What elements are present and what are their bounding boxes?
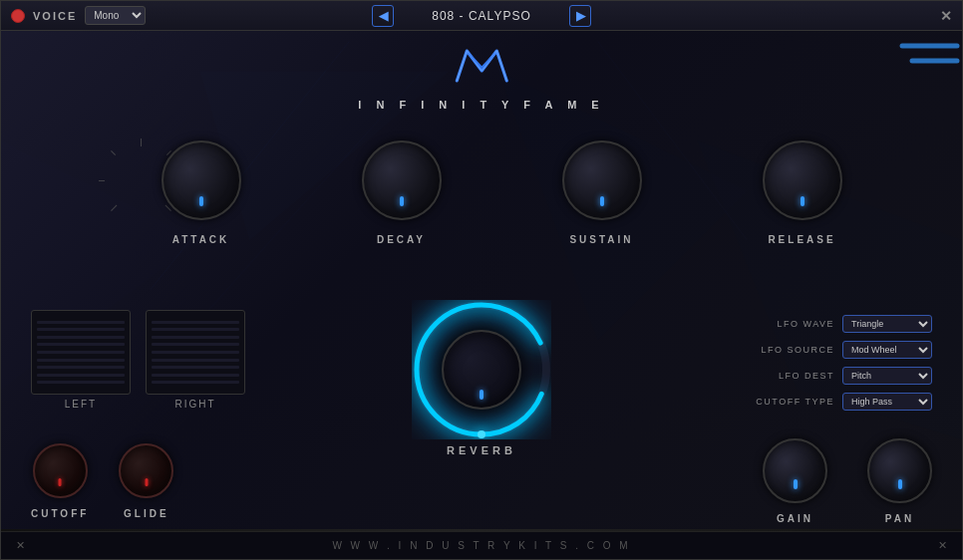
footer-close-left[interactable]: ✕ bbox=[16, 539, 25, 552]
attack-knob[interactable] bbox=[161, 140, 241, 220]
gain-group: GAIN bbox=[763, 438, 827, 524]
lfo-source-select[interactable]: Mod Wheel Velocity Aftertouch bbox=[842, 341, 932, 359]
lfo-wave-label: LFO WAVE bbox=[750, 319, 834, 329]
logo-svg bbox=[447, 36, 516, 91]
top-bar-right: ✕ bbox=[940, 7, 952, 25]
preset-name: 808 - CALYPSO bbox=[402, 9, 561, 23]
cutoff-type-select[interactable]: High Pass Low Pass Band Pass Notch bbox=[842, 393, 932, 411]
decay-knob[interactable] bbox=[362, 140, 442, 220]
topbar-close-button[interactable]: ✕ bbox=[940, 8, 952, 24]
gain-knob[interactable] bbox=[763, 438, 827, 503]
release-label: RELEASE bbox=[768, 234, 835, 245]
adsr-area: ATTACK DECAY SUSTAIN RELEASE bbox=[101, 140, 902, 255]
decay-label: DECAY bbox=[377, 234, 426, 245]
svg-point-18 bbox=[478, 430, 485, 438]
logo-area: I N F I N I T Y F A M E bbox=[358, 36, 604, 111]
panel-line bbox=[37, 336, 125, 339]
panel-line bbox=[152, 374, 239, 377]
left-panel-label: LEFT bbox=[65, 399, 97, 410]
pan-knob[interactable] bbox=[867, 438, 932, 503]
lfo-source-label: LFO SOURCE bbox=[750, 345, 834, 355]
right-panel bbox=[146, 310, 245, 395]
glide-label: GLIDE bbox=[124, 508, 169, 519]
lfo-source-row: LFO SOURCE Mod Wheel Velocity Aftertouch bbox=[750, 341, 932, 359]
reverb-knob[interactable] bbox=[442, 330, 521, 410]
panel-line bbox=[152, 321, 239, 324]
plugin-container: VOICE Mono Poly Legato ◀ 808 - CALYPSO ▶… bbox=[0, 0, 963, 560]
panel-line bbox=[37, 343, 125, 346]
reverb-ring bbox=[412, 300, 551, 439]
nav-next-button[interactable]: ▶ bbox=[569, 5, 591, 27]
panel-line bbox=[37, 366, 125, 369]
footer: ✕ W W W . I N D U S T R Y K I T S . C O … bbox=[1, 531, 962, 559]
sustain-label: SUSTAIN bbox=[569, 234, 633, 245]
sustain-indicator bbox=[600, 196, 604, 206]
decay-group: DECAY bbox=[362, 140, 442, 245]
lfo-wave-select[interactable]: Triangle Sine Square Sawtooth bbox=[842, 315, 932, 333]
left-panel-lines bbox=[32, 311, 130, 394]
panel-line bbox=[152, 381, 239, 384]
gain-indicator bbox=[794, 479, 798, 489]
panel-line bbox=[37, 359, 125, 362]
footer-close-right[interactable]: ✕ bbox=[938, 539, 947, 552]
corner-decoration bbox=[882, 31, 962, 111]
left-panel bbox=[31, 310, 131, 395]
right-panel-lines bbox=[147, 311, 244, 394]
panel-line bbox=[37, 381, 125, 384]
lfo-dest-row: LFO DEST Pitch Cutoff Volume bbox=[750, 367, 932, 385]
panel-line bbox=[152, 343, 239, 346]
lfo-area: LFO WAVE Triangle Sine Square Sawtooth L… bbox=[750, 315, 932, 411]
bottom-knobs-area: CUTOFF GLIDE GAIN PAN bbox=[1, 443, 962, 519]
reverb-knob-indicator bbox=[480, 390, 483, 400]
panel-line bbox=[37, 321, 125, 324]
panel-line bbox=[37, 351, 125, 354]
close-button[interactable] bbox=[11, 9, 25, 23]
logo-text: I N F I N I T Y F A M E bbox=[358, 99, 604, 111]
pan-indicator bbox=[898, 479, 902, 489]
panel-line bbox=[37, 374, 125, 377]
cutoff-knob[interactable] bbox=[33, 443, 88, 498]
lfo-wave-row: LFO WAVE Triangle Sine Square Sawtooth bbox=[750, 315, 932, 333]
release-knob[interactable] bbox=[763, 140, 842, 220]
decay-indicator bbox=[400, 196, 404, 206]
attack-label: ATTACK bbox=[172, 234, 230, 245]
panels-container: LEFT RIGHT bbox=[31, 310, 245, 410]
panel-line bbox=[152, 336, 239, 339]
reverb-area: REVERB bbox=[412, 300, 551, 456]
glide-indicator bbox=[145, 478, 148, 486]
right-panel-label: RIGHT bbox=[174, 399, 215, 410]
voice-label: VOICE bbox=[33, 10, 77, 22]
cutoff-indicator bbox=[59, 478, 62, 486]
cutoff-type-label: CUTOFF TYPE bbox=[750, 397, 834, 407]
bottom-right-knobs: GAIN PAN bbox=[763, 438, 932, 524]
nav-section: ◀ 808 - CALYPSO ▶ bbox=[372, 5, 591, 27]
cutoff-group: CUTOFF bbox=[31, 443, 89, 519]
panel-line bbox=[152, 359, 239, 362]
sustain-knob[interactable] bbox=[562, 140, 642, 220]
panels-row: LEFT RIGHT bbox=[31, 310, 245, 410]
attack-group: ATTACK bbox=[161, 140, 241, 245]
lfo-dest-label: LFO DEST bbox=[750, 371, 834, 381]
svg-line-9 bbox=[111, 205, 117, 211]
glide-group: GLIDE bbox=[119, 443, 173, 519]
lfo-dest-select[interactable]: Pitch Cutoff Volume bbox=[842, 367, 932, 385]
cutoff-label: CUTOFF bbox=[31, 508, 89, 519]
footer-url: W W W . I N D U S T R Y K I T S . C O M bbox=[332, 540, 630, 551]
glide-knob[interactable] bbox=[119, 443, 173, 498]
nav-prev-button[interactable]: ◀ bbox=[372, 5, 394, 27]
top-bar: VOICE Mono Poly Legato ◀ 808 - CALYPSO ▶… bbox=[1, 1, 962, 31]
voice-select[interactable]: Mono Poly Legato bbox=[85, 6, 146, 25]
panel-line bbox=[152, 366, 239, 369]
cutoff-type-row: CUTOFF TYPE High Pass Low Pass Band Pass… bbox=[750, 393, 932, 411]
panel-line bbox=[152, 328, 239, 331]
pan-group: PAN bbox=[867, 438, 932, 524]
gain-label: GAIN bbox=[777, 513, 813, 524]
panel-line bbox=[37, 328, 125, 331]
attack-indicator bbox=[199, 196, 203, 206]
svg-line-11 bbox=[111, 150, 115, 154]
top-bar-left: VOICE Mono Poly Legato bbox=[11, 6, 146, 25]
left-panel-group: LEFT bbox=[31, 310, 131, 410]
sustain-group: SUSTAIN bbox=[562, 140, 642, 245]
pan-label: PAN bbox=[885, 513, 914, 524]
release-indicator bbox=[801, 196, 804, 206]
